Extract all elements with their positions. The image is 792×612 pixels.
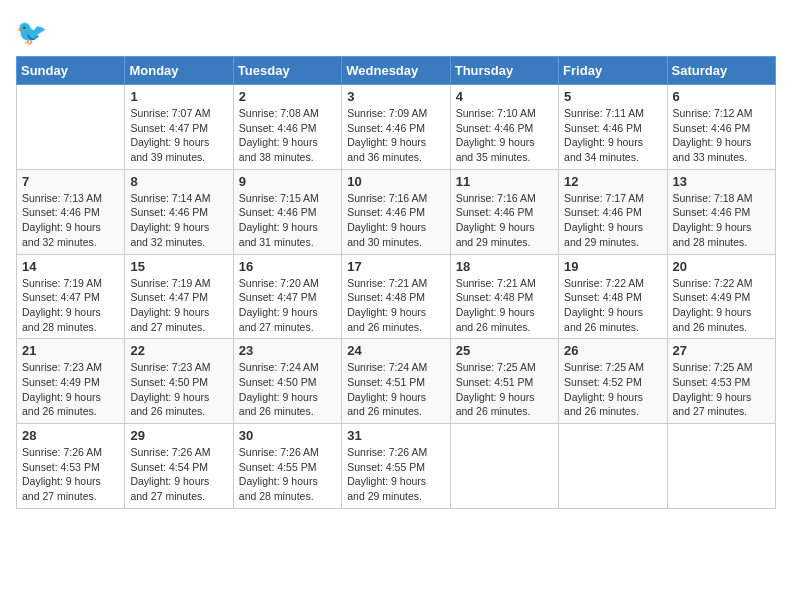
day-number: 3: [347, 89, 444, 104]
calendar-cell: 25Sunrise: 7:25 AM Sunset: 4:51 PM Dayli…: [450, 339, 558, 424]
calendar-cell: 15Sunrise: 7:19 AM Sunset: 4:47 PM Dayli…: [125, 254, 233, 339]
calendar-cell: 26Sunrise: 7:25 AM Sunset: 4:52 PM Dayli…: [559, 339, 667, 424]
calendar-week-row: 21Sunrise: 7:23 AM Sunset: 4:49 PM Dayli…: [17, 339, 776, 424]
day-number: 6: [673, 89, 770, 104]
day-info: Sunrise: 7:24 AM Sunset: 4:51 PM Dayligh…: [347, 360, 444, 419]
calendar-cell: 9Sunrise: 7:15 AM Sunset: 4:46 PM Daylig…: [233, 169, 341, 254]
day-info: Sunrise: 7:24 AM Sunset: 4:50 PM Dayligh…: [239, 360, 336, 419]
calendar-cell: 28Sunrise: 7:26 AM Sunset: 4:53 PM Dayli…: [17, 424, 125, 509]
calendar-table: SundayMondayTuesdayWednesdayThursdayFrid…: [16, 56, 776, 509]
page-header: 🐦: [16, 16, 776, 48]
day-number: 4: [456, 89, 553, 104]
day-number: 1: [130, 89, 227, 104]
calendar-cell: 31Sunrise: 7:26 AM Sunset: 4:55 PM Dayli…: [342, 424, 450, 509]
calendar-header-friday: Friday: [559, 57, 667, 85]
day-number: 29: [130, 428, 227, 443]
day-info: Sunrise: 7:21 AM Sunset: 4:48 PM Dayligh…: [456, 276, 553, 335]
day-number: 31: [347, 428, 444, 443]
calendar-header-wednesday: Wednesday: [342, 57, 450, 85]
calendar-cell: [17, 85, 125, 170]
calendar-cell: 21Sunrise: 7:23 AM Sunset: 4:49 PM Dayli…: [17, 339, 125, 424]
day-number: 7: [22, 174, 119, 189]
day-number: 8: [130, 174, 227, 189]
calendar-week-row: 28Sunrise: 7:26 AM Sunset: 4:53 PM Dayli…: [17, 424, 776, 509]
calendar-cell: 7Sunrise: 7:13 AM Sunset: 4:46 PM Daylig…: [17, 169, 125, 254]
calendar-header-thursday: Thursday: [450, 57, 558, 85]
calendar-header-monday: Monday: [125, 57, 233, 85]
day-number: 27: [673, 343, 770, 358]
calendar-header-row: SundayMondayTuesdayWednesdayThursdayFrid…: [17, 57, 776, 85]
day-info: Sunrise: 7:12 AM Sunset: 4:46 PM Dayligh…: [673, 106, 770, 165]
day-number: 10: [347, 174, 444, 189]
day-info: Sunrise: 7:26 AM Sunset: 4:53 PM Dayligh…: [22, 445, 119, 504]
calendar-cell: 13Sunrise: 7:18 AM Sunset: 4:46 PM Dayli…: [667, 169, 775, 254]
calendar-cell: 30Sunrise: 7:26 AM Sunset: 4:55 PM Dayli…: [233, 424, 341, 509]
day-number: 30: [239, 428, 336, 443]
calendar-cell: 20Sunrise: 7:22 AM Sunset: 4:49 PM Dayli…: [667, 254, 775, 339]
calendar-cell: 19Sunrise: 7:22 AM Sunset: 4:48 PM Dayli…: [559, 254, 667, 339]
calendar-header-tuesday: Tuesday: [233, 57, 341, 85]
calendar-week-row: 1Sunrise: 7:07 AM Sunset: 4:47 PM Daylig…: [17, 85, 776, 170]
calendar-cell: 24Sunrise: 7:24 AM Sunset: 4:51 PM Dayli…: [342, 339, 450, 424]
calendar-cell: 11Sunrise: 7:16 AM Sunset: 4:46 PM Dayli…: [450, 169, 558, 254]
day-info: Sunrise: 7:23 AM Sunset: 4:50 PM Dayligh…: [130, 360, 227, 419]
day-info: Sunrise: 7:26 AM Sunset: 4:55 PM Dayligh…: [347, 445, 444, 504]
calendar-cell: 22Sunrise: 7:23 AM Sunset: 4:50 PM Dayli…: [125, 339, 233, 424]
day-info: Sunrise: 7:21 AM Sunset: 4:48 PM Dayligh…: [347, 276, 444, 335]
day-info: Sunrise: 7:19 AM Sunset: 4:47 PM Dayligh…: [130, 276, 227, 335]
day-info: Sunrise: 7:25 AM Sunset: 4:52 PM Dayligh…: [564, 360, 661, 419]
day-number: 17: [347, 259, 444, 274]
day-info: Sunrise: 7:13 AM Sunset: 4:46 PM Dayligh…: [22, 191, 119, 250]
day-number: 26: [564, 343, 661, 358]
day-info: Sunrise: 7:20 AM Sunset: 4:47 PM Dayligh…: [239, 276, 336, 335]
day-info: Sunrise: 7:25 AM Sunset: 4:53 PM Dayligh…: [673, 360, 770, 419]
calendar-cell: 18Sunrise: 7:21 AM Sunset: 4:48 PM Dayli…: [450, 254, 558, 339]
day-number: 18: [456, 259, 553, 274]
day-number: 9: [239, 174, 336, 189]
day-info: Sunrise: 7:08 AM Sunset: 4:46 PM Dayligh…: [239, 106, 336, 165]
day-number: 20: [673, 259, 770, 274]
day-number: 24: [347, 343, 444, 358]
day-info: Sunrise: 7:16 AM Sunset: 4:46 PM Dayligh…: [456, 191, 553, 250]
calendar-cell: 3Sunrise: 7:09 AM Sunset: 4:46 PM Daylig…: [342, 85, 450, 170]
svg-text:🐦: 🐦: [16, 17, 48, 48]
day-info: Sunrise: 7:10 AM Sunset: 4:46 PM Dayligh…: [456, 106, 553, 165]
day-info: Sunrise: 7:17 AM Sunset: 4:46 PM Dayligh…: [564, 191, 661, 250]
day-number: 15: [130, 259, 227, 274]
calendar-cell: 8Sunrise: 7:14 AM Sunset: 4:46 PM Daylig…: [125, 169, 233, 254]
day-info: Sunrise: 7:15 AM Sunset: 4:46 PM Dayligh…: [239, 191, 336, 250]
day-info: Sunrise: 7:22 AM Sunset: 4:49 PM Dayligh…: [673, 276, 770, 335]
day-number: 28: [22, 428, 119, 443]
day-number: 11: [456, 174, 553, 189]
calendar-cell: 29Sunrise: 7:26 AM Sunset: 4:54 PM Dayli…: [125, 424, 233, 509]
logo-icon: 🐦: [16, 16, 48, 48]
day-number: 16: [239, 259, 336, 274]
day-info: Sunrise: 7:26 AM Sunset: 4:55 PM Dayligh…: [239, 445, 336, 504]
calendar-cell: 23Sunrise: 7:24 AM Sunset: 4:50 PM Dayli…: [233, 339, 341, 424]
calendar-cell: [450, 424, 558, 509]
day-number: 25: [456, 343, 553, 358]
day-number: 12: [564, 174, 661, 189]
calendar-cell: 12Sunrise: 7:17 AM Sunset: 4:46 PM Dayli…: [559, 169, 667, 254]
calendar-cell: [667, 424, 775, 509]
calendar-cell: 16Sunrise: 7:20 AM Sunset: 4:47 PM Dayli…: [233, 254, 341, 339]
day-info: Sunrise: 7:16 AM Sunset: 4:46 PM Dayligh…: [347, 191, 444, 250]
day-info: Sunrise: 7:25 AM Sunset: 4:51 PM Dayligh…: [456, 360, 553, 419]
day-info: Sunrise: 7:19 AM Sunset: 4:47 PM Dayligh…: [22, 276, 119, 335]
day-number: 22: [130, 343, 227, 358]
calendar-cell: [559, 424, 667, 509]
day-number: 2: [239, 89, 336, 104]
day-number: 21: [22, 343, 119, 358]
day-number: 13: [673, 174, 770, 189]
day-info: Sunrise: 7:22 AM Sunset: 4:48 PM Dayligh…: [564, 276, 661, 335]
day-info: Sunrise: 7:09 AM Sunset: 4:46 PM Dayligh…: [347, 106, 444, 165]
calendar-week-row: 14Sunrise: 7:19 AM Sunset: 4:47 PM Dayli…: [17, 254, 776, 339]
day-number: 19: [564, 259, 661, 274]
calendar-cell: 10Sunrise: 7:16 AM Sunset: 4:46 PM Dayli…: [342, 169, 450, 254]
calendar-cell: 5Sunrise: 7:11 AM Sunset: 4:46 PM Daylig…: [559, 85, 667, 170]
day-info: Sunrise: 7:07 AM Sunset: 4:47 PM Dayligh…: [130, 106, 227, 165]
calendar-cell: 4Sunrise: 7:10 AM Sunset: 4:46 PM Daylig…: [450, 85, 558, 170]
calendar-cell: 6Sunrise: 7:12 AM Sunset: 4:46 PM Daylig…: [667, 85, 775, 170]
day-info: Sunrise: 7:14 AM Sunset: 4:46 PM Dayligh…: [130, 191, 227, 250]
calendar-header-sunday: Sunday: [17, 57, 125, 85]
